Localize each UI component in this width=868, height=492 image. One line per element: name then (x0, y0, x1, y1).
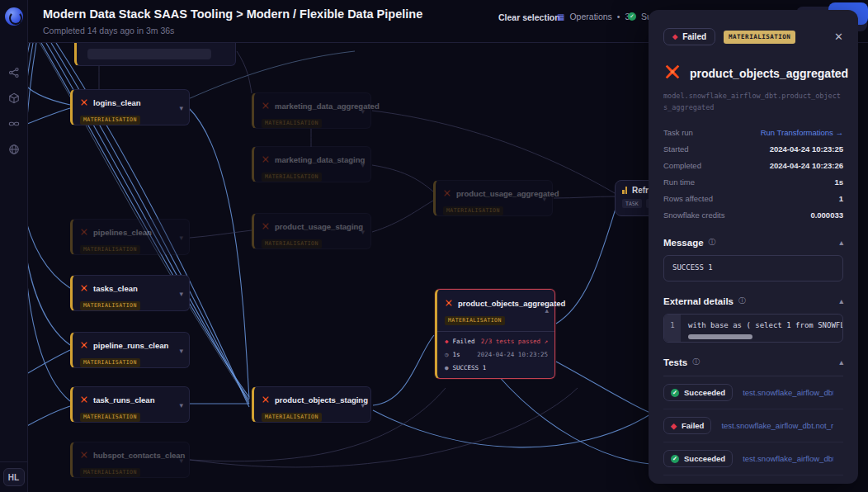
field-value: 1 (839, 194, 843, 203)
dag-node-hubspot_contacts_clean[interactable]: hubspot_contacts_clean▾MATERIALISATION (70, 442, 190, 478)
collapse-icon[interactable]: ▴ (839, 358, 843, 367)
chevron-down-icon[interactable]: ▾ (179, 104, 183, 112)
dbt-icon (262, 219, 270, 234)
chevron-down-icon[interactable]: ▾ (179, 234, 183, 242)
node-type-badge: MATERIALISATION (80, 301, 140, 310)
node-type-badge: TASK (622, 199, 642, 208)
test-status-badge: ✓Succeeded (663, 384, 733, 401)
collapse-icon[interactable]: ▴ (839, 239, 843, 247)
check-icon: ✓ (671, 455, 679, 463)
run-status-subtitle: Completed 14 days ago in 3m 36s (43, 26, 174, 35)
field-label: Started (663, 144, 689, 154)
chevron-down-icon[interactable]: ▾ (361, 228, 365, 236)
operations-label: Operations (569, 12, 611, 21)
detail-fields: Task runRun Transformations →Started2024… (663, 124, 843, 223)
dag-node-tasks_clean[interactable]: tasks_clean▾MATERIALISATION (70, 275, 190, 311)
node-title: product_objects_aggregated (458, 299, 565, 308)
close-icon[interactable]: ✕ (834, 31, 843, 43)
clear-selection-button[interactable]: Clear selection (498, 12, 560, 22)
panel-title: product_objects_aggregated (690, 67, 848, 80)
field-value[interactable]: Run Transformations → (761, 128, 843, 137)
app-logo[interactable] (5, 7, 23, 26)
field-value: 2024-04-24 10:23:25 (770, 144, 843, 154)
node-type-badge: MATERIALISATION (80, 468, 140, 477)
dag-node-product_objects_staging[interactable]: product_objects_staging▾MATERIALISATION (252, 386, 371, 423)
chevron-down-icon[interactable]: ▾ (179, 457, 183, 465)
dbt-icon (262, 392, 270, 407)
dag-node-marketing_data_staging[interactable]: marketing_data_staging▾MATERIALISATION (252, 146, 371, 182)
dag-node-product_usage_aggregated[interactable]: product_usage_aggregated▾MATERIALISATION (433, 180, 553, 216)
field-value: 1s (834, 177, 843, 187)
tests-list: ✓Succeededtest.snowflake_airflow_dbt.uni… (663, 376, 843, 475)
node-message: SUCCESS 1 (453, 364, 487, 371)
dbt-icon (80, 281, 88, 296)
chevron-down-icon[interactable]: ▾ (361, 161, 365, 169)
detail-field-row: Rows affected1 (663, 190, 843, 206)
dag-node-task_runs_clean[interactable]: task_runs_clean▾MATERIALISATION (70, 386, 190, 423)
collapse-icon[interactable]: ▴ (839, 297, 843, 305)
tests-summary-link[interactable]: 2/3 tests passed ↗ (481, 338, 548, 345)
dbt-icon (80, 225, 88, 239)
tests-section: Tests ⓘ ▴ ✓Succeededtest.snowflake_airfl… (663, 357, 843, 475)
test-row: ✓Succeededtest.snowflake_airflow_dbt.uni… (663, 376, 843, 409)
operations-grid-icon: ▦ (557, 12, 564, 21)
field-value: 0.000033 (810, 211, 843, 220)
operations-filter[interactable]: ▦ Operations • 35 (557, 12, 634, 21)
chevron-down-icon[interactable]: ▾ (179, 401, 183, 409)
connections-link-icon[interactable] (8, 118, 20, 130)
node-title: task_runs_clean (93, 395, 154, 404)
external-details-section: External details ⓘ ▴ 1 with base as ( se… (663, 296, 843, 343)
field-label: Task run (663, 128, 693, 137)
node-title: marketing_data_staging (275, 155, 365, 164)
dag-node-product-objects-aggregated-selected[interactable]: product_objects_aggregated ▴ MATERIALISA… (435, 289, 555, 379)
test-link[interactable]: test.snowflake_airflow_dbt.unique_pro (743, 388, 833, 397)
pipelines-graph-icon[interactable] (8, 67, 20, 78)
node-title: pipeline_runs_clean (93, 341, 168, 350)
chevron-down-icon[interactable]: ▾ (179, 290, 183, 298)
dbt-icon (663, 63, 682, 84)
failed-diamond-icon: ◆ (445, 338, 449, 345)
field-label: Completed (663, 161, 701, 170)
external-details-heading: External details (663, 296, 734, 306)
test-status-badge: ✓Succeeded (663, 450, 733, 467)
chevron-down-icon[interactable]: ▾ (542, 195, 546, 203)
node-type-badge: MATERIALISATION (262, 239, 322, 248)
test-link[interactable]: test.snowflake_airflow_dbt.not_null_pr (721, 421, 833, 430)
dag-node-product_usage_staging[interactable]: product_usage_staging▾MATERIALISATION (252, 213, 371, 249)
integrations-cube-icon[interactable] (8, 92, 20, 104)
field-label: Rows affected (663, 194, 713, 203)
detail-field-row: Run time1s (663, 173, 843, 190)
dag-node-pipelines_clean[interactable]: pipelines_clean▾MATERIALISATION (70, 219, 190, 255)
dbt-icon (262, 152, 270, 167)
node-title: product_objects_staging (275, 395, 368, 404)
info-icon[interactable]: ⓘ (692, 357, 700, 367)
user-avatar[interactable]: HL (3, 468, 25, 486)
chevron-down-icon[interactable]: ▾ (361, 401, 365, 409)
dag-node-marketing_data_aggregated[interactable]: marketing_data_aggregated▾MATERIALISATIO… (252, 92, 371, 129)
page-title: Modern Data Stack SAAS Tooling > Modern … (43, 7, 422, 21)
chevron-down-icon[interactable]: ▾ (361, 107, 365, 116)
test-status-label: Succeeded (684, 454, 725, 463)
collapse-icon[interactable]: ▴ (545, 306, 549, 315)
info-icon[interactable]: ⓘ (709, 237, 716, 248)
chevron-down-icon[interactable]: ▾ (179, 347, 183, 355)
materialisation-badge: MATERIALISATION (724, 31, 795, 44)
node-title: hubspot_contacts_clean (93, 451, 185, 460)
node-type-badge: MATERIALISATION (80, 116, 140, 125)
test-link[interactable]: test.snowflake_airflow_dbt.not_null_pr (743, 454, 833, 463)
info-icon[interactable]: ⓘ (738, 296, 746, 306)
data-globe-icon[interactable] (8, 144, 20, 155)
failed-diamond-icon: ◆ (671, 422, 677, 430)
dag-node-logins_clean[interactable]: logins_clean▾MATERIALISATION (70, 89, 190, 125)
test-status-badge: ◆Failed (663, 417, 711, 434)
node-type-badge: MATERIALISATION (80, 245, 140, 254)
tests-heading: Tests (663, 357, 687, 367)
field-value: 2024-04-24 10:23:26 (770, 161, 843, 170)
detail-field-row: Started2024-04-24 10:23:25 (663, 140, 843, 157)
horizontal-scrollbar[interactable] (688, 334, 752, 339)
test-row: ✓Succeededtest.snowflake_airflow_dbt.not… (663, 442, 843, 475)
message-heading: Message (663, 238, 704, 248)
dag-node-pipeline_runs_clean[interactable]: pipeline_runs_clean▾MATERIALISATION (70, 332, 190, 368)
dbt-icon (80, 95, 88, 110)
node-ghost-badge (87, 49, 211, 59)
